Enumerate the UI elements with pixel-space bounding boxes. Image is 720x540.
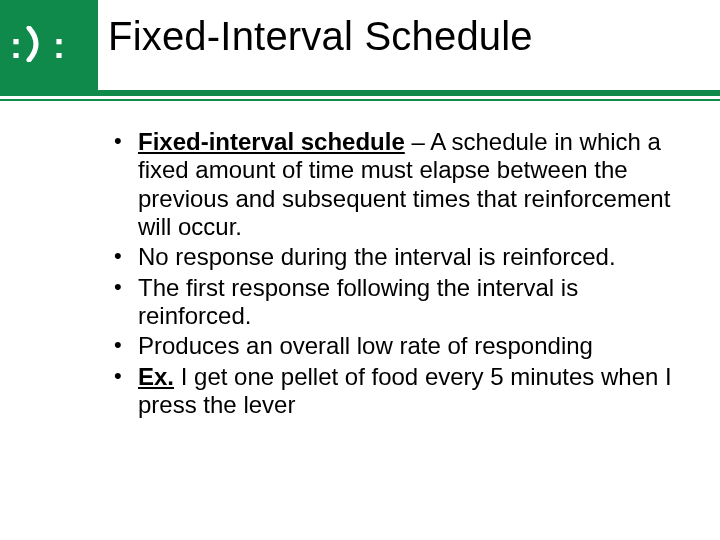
- divider-thick: [0, 90, 720, 96]
- bullet-list: Fixed-interval schedule – A schedule in …: [108, 128, 698, 419]
- list-item: Ex. I get one pellet of food every 5 min…: [108, 363, 698, 420]
- bullet-text: No response during the interval is reinf…: [138, 243, 616, 270]
- smile-colon-logo: : :: [10, 26, 88, 66]
- colon-right-icon: :: [53, 28, 63, 64]
- bullet-text: Produces an overall low rate of respondi…: [138, 332, 593, 359]
- bullet-lead: Ex.: [138, 363, 174, 390]
- bullet-lead: Fixed-interval schedule: [138, 128, 405, 155]
- smile-paren-icon: [26, 26, 46, 66]
- colon-left-icon: :: [10, 28, 20, 64]
- divider-thin: [0, 99, 720, 101]
- list-item: Fixed-interval schedule – A schedule in …: [108, 128, 698, 241]
- list-item: Produces an overall low rate of respondi…: [108, 332, 698, 360]
- list-item: No response during the interval is reinf…: [108, 243, 698, 271]
- list-item: The first response following the interva…: [108, 274, 698, 331]
- slide-title: Fixed-Interval Schedule: [108, 14, 533, 59]
- slide: : : Fixed-Interval Schedule Fixed-interv…: [0, 0, 720, 540]
- bullet-text: I get one pellet of food every 5 minutes…: [138, 363, 672, 418]
- bullet-text: The first response following the interva…: [138, 274, 578, 329]
- slide-body: Fixed-interval schedule – A schedule in …: [108, 128, 698, 421]
